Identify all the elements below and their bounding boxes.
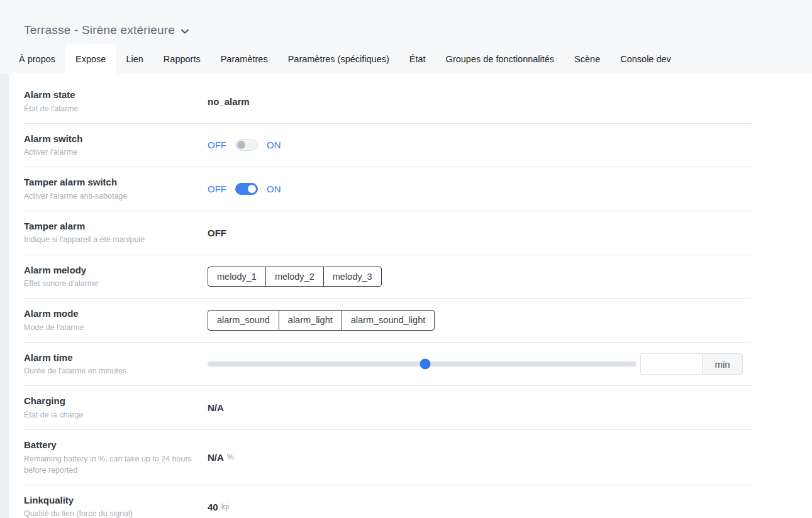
tab-etat[interactable]: État (399, 44, 436, 74)
melody-1-button[interactable]: melody_1 (208, 267, 266, 287)
page-header: Terrasse - Sirène extérieure À propos Ex… (0, 0, 812, 74)
row-alarm-time: Alarm time Durée de l'alarme en minutes … (24, 343, 752, 387)
tab-lien[interactable]: Lien (116, 44, 153, 74)
row-title: Tamper alarm (24, 220, 196, 233)
alarm-switch-toggle[interactable] (235, 139, 258, 151)
row-description: État de la charge (24, 409, 196, 421)
tab-groupes-de-fonctionnalites[interactable]: Groupes de fonctionnalités (436, 44, 565, 74)
row-description: Remaining battery in %, can take up to 2… (24, 453, 196, 476)
row-description: Mode de l'alarme (24, 322, 196, 333)
melody-3-button[interactable]: melody_3 (323, 267, 382, 287)
chevron-down-icon (181, 29, 189, 34)
alarm-light-button[interactable]: alarm_light (279, 310, 342, 330)
tab-bar: À propos Expose Lien Rapports Paramètres… (0, 44, 812, 74)
row-description: Indique si l'appareil a été manipulé (24, 234, 196, 245)
alarm-sound-button[interactable]: alarm_sound (208, 310, 279, 330)
melody-2-button[interactable]: melody_2 (265, 267, 324, 287)
linkquality-unit: lqi (221, 502, 230, 511)
row-title: Charging (24, 395, 196, 407)
alarm-melody-button-group: melody_1 melody_2 melody_3 (208, 267, 382, 287)
row-title: Alarm time (24, 351, 196, 364)
alarm-time-input[interactable] (640, 353, 703, 375)
alarm-time-input-group: min (640, 353, 743, 375)
row-alarm-mode: Alarm mode Mode de l'alarme alarm_sound … (24, 299, 752, 343)
alarm-time-slider[interactable] (208, 361, 637, 366)
tab-rapports[interactable]: Rapports (153, 44, 211, 74)
switch-off-label: OFF (208, 184, 226, 194)
row-title: Alarm mode (24, 307, 196, 320)
alarm-time-unit: min (703, 353, 743, 375)
linkquality-value: 40 (208, 502, 218, 512)
alarm-mode-button-group: alarm_sound alarm_light alarm_sound_ligh… (208, 310, 435, 330)
row-description: Effet sonore d'alarme (24, 278, 196, 289)
row-description: Qualité du lien (force du signal) (24, 508, 196, 518)
row-alarm-melody: Alarm melody Effet sonore d'alarme melod… (24, 255, 752, 299)
switch-on-label: ON (267, 184, 281, 194)
alarm-state-value: no_alarm (208, 96, 250, 107)
alarm-sound-light-button[interactable]: alarm_sound_light (342, 310, 435, 330)
charging-value: N/A (208, 402, 224, 413)
tab-parametres[interactable]: Paramètres (211, 44, 278, 74)
expose-rows: Alarm state État de l'alarme no_alarm Al… (24, 80, 752, 518)
row-tamper-alarm-switch: Tamper alarm switch Activer l'alarme ant… (24, 167, 752, 211)
battery-value: N/A (208, 452, 224, 463)
alarm-time-slider-knob[interactable] (420, 359, 430, 370)
row-description: Activer l'alarme (24, 146, 196, 158)
tab-parametres-specifiques[interactable]: Paramètres (spécifiques) (278, 44, 399, 74)
row-title: Alarm switch (24, 133, 196, 145)
row-title: Linkquality (24, 494, 196, 507)
tab-console-dev[interactable]: Console dev (610, 44, 681, 74)
switch-off-label: OFF (208, 140, 226, 150)
row-title: Alarm melody (24, 264, 196, 277)
row-description: Durée de l'alarme en minutes (24, 365, 196, 377)
row-title: Tamper alarm switch (24, 176, 196, 189)
device-title-dropdown[interactable]: Terrasse - Sirène extérieure (0, 0, 812, 44)
row-alarm-switch: Alarm switch Activer l'alarme OFF ON (24, 124, 752, 168)
expose-panel: Alarm state État de l'alarme no_alarm Al… (9, 74, 812, 518)
row-charging: Charging État de la charge N/A (24, 386, 752, 430)
row-linkquality: Linkquality Qualité du lien (force du si… (24, 485, 752, 518)
row-title: Alarm state (24, 89, 196, 101)
tamper-alarm-switch-toggle[interactable] (235, 183, 258, 195)
tamper-alarm-value: OFF (208, 228, 226, 238)
switch-on-label: ON (267, 140, 281, 150)
tab-scene[interactable]: Scène (564, 44, 610, 74)
page-title: Terrasse - Sirène extérieure (24, 23, 175, 37)
row-description: Activer l'alarme anti-sabotage (24, 190, 196, 202)
row-battery: Battery Remaining battery in %, can take… (24, 430, 752, 485)
tab-expose[interactable]: Expose (65, 44, 116, 74)
row-alarm-state: Alarm state État de l'alarme no_alarm (24, 80, 752, 124)
row-title: Battery (24, 439, 196, 451)
row-tamper-alarm: Tamper alarm Indique si l'appareil a été… (24, 211, 752, 255)
row-description: État de l'alarme (24, 103, 196, 114)
battery-unit: % (227, 453, 234, 461)
tab-a-propos[interactable]: À propos (9, 44, 65, 74)
